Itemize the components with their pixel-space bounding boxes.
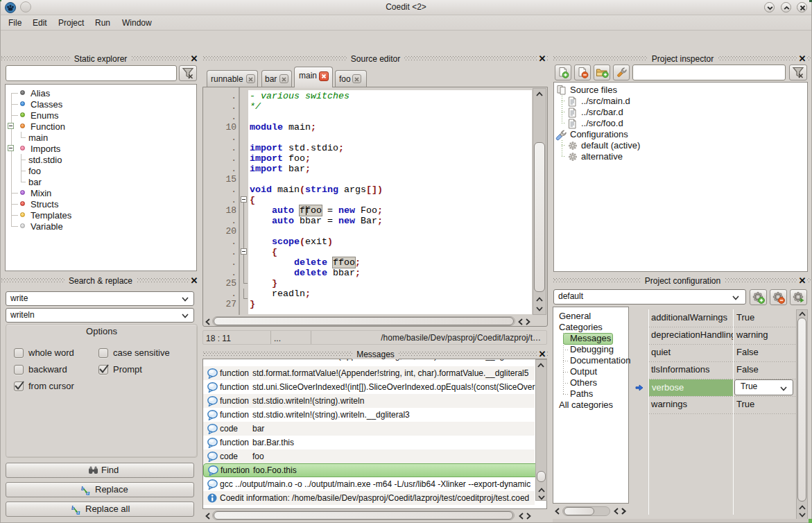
svg-text:b: b: [71, 504, 75, 511]
svg-text:b: b: [81, 485, 85, 492]
